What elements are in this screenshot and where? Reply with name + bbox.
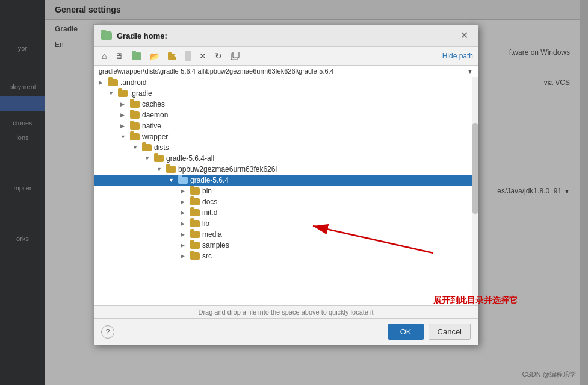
tree-label-docs: docs xyxy=(202,198,217,206)
tree-label-dists: dists xyxy=(154,143,169,152)
dialog-title-bar: Gradle home: ✕ xyxy=(94,25,478,47)
tree-toggle-gradle564all[interactable]: ▼ xyxy=(144,155,154,161)
tree-item-docs[interactable]: ▶ docs xyxy=(94,196,478,207)
tree-toggle-daemon[interactable]: ▶ xyxy=(120,112,130,118)
tree-item-native[interactable]: ▶ native xyxy=(94,121,478,131)
dialog-status-bar: Drag and drop a file into the space abov… xyxy=(94,306,478,319)
toolbar-separator xyxy=(185,51,191,61)
tree-label-caches: caches xyxy=(142,100,165,108)
dialog-path-bar: ▼ xyxy=(94,66,478,77)
footer-buttons: OK Cancel xyxy=(388,324,471,340)
dialog-title-left: Gradle home: xyxy=(101,31,167,40)
dialog-title-text: Gradle home: xyxy=(117,31,167,40)
tree-toggle-caches[interactable]: ▶ xyxy=(120,101,130,107)
tree-item-caches[interactable]: ▶ caches xyxy=(94,99,478,110)
svg-rect-1 xyxy=(168,52,172,55)
tree-toggle-wrapper[interactable]: ▼ xyxy=(120,134,130,140)
refresh-button[interactable]: ↻ xyxy=(212,49,225,63)
tree-label-gradle564all: gradle-5.6.4-all xyxy=(166,154,214,163)
tree-item-bin[interactable]: ▶ bin xyxy=(94,186,478,196)
tree-scrollbar-thumb[interactable] xyxy=(472,123,478,214)
tree-label-native: native xyxy=(142,122,161,130)
dialog-close-button[interactable]: ✕ xyxy=(458,30,471,42)
dialog-title-icon xyxy=(101,31,112,40)
tree-item-gradle564all[interactable]: ▼ gradle-5.6.4-all xyxy=(94,153,478,164)
tree-label-gradle564: gradle-5.6.4 xyxy=(190,176,229,184)
tree-label-initd: init.d xyxy=(202,208,217,217)
home-button[interactable]: ⌂ xyxy=(99,49,110,63)
ok-button[interactable]: OK xyxy=(388,324,424,340)
tree-label-samples: samples xyxy=(202,241,229,249)
tree-toggle-gradle564[interactable]: ▼ xyxy=(169,177,178,183)
tree-item-bpbuw[interactable]: ▼ bpbuw2gezmae6urm63fek626l xyxy=(94,164,478,175)
tree-item-media[interactable]: ▶ media xyxy=(94,229,478,240)
tree-item-lib[interactable]: ▶ lib xyxy=(94,218,478,229)
tree-label-lib: lib xyxy=(202,219,209,228)
delete-button[interactable]: ✕ xyxy=(196,49,209,63)
copy-button[interactable] xyxy=(227,50,243,62)
cancel-button[interactable]: Cancel xyxy=(429,324,471,340)
tree-label-gradle: .gradle xyxy=(130,89,152,98)
tree-toggle-lib[interactable]: ▶ xyxy=(181,221,190,227)
tree-label-android: .android xyxy=(120,78,146,87)
tree-toggle-samples[interactable]: ▶ xyxy=(181,242,190,248)
svg-rect-4 xyxy=(233,52,239,58)
tree-label-wrapper: wrapper xyxy=(142,133,168,141)
tree-item-dists[interactable]: ▼ dists xyxy=(94,142,478,153)
tree-item-gradle564[interactable]: ▼ gradle-5.6.4 xyxy=(94,175,478,186)
tree-toggle-initd[interactable]: ▶ xyxy=(181,210,190,216)
tree-toggle-gradle[interactable]: ▼ xyxy=(108,90,118,96)
dialog-footer: ? OK Cancel xyxy=(94,319,478,345)
dialog-tree-area[interactable]: ▶ .android ▼ .gradle ▶ caches ▶ xyxy=(94,77,478,306)
tree-label-bin: bin xyxy=(202,187,212,195)
tree-scrollbar-track[interactable] xyxy=(472,77,478,305)
tree-toggle-android[interactable]: ▶ xyxy=(99,80,108,86)
hide-path-button[interactable]: Hide path xyxy=(442,52,473,60)
new-folder-button[interactable]: + xyxy=(165,50,181,62)
tree-item-wrapper[interactable]: ▼ wrapper xyxy=(94,131,478,142)
svg-text:+: + xyxy=(174,53,177,59)
path-input[interactable] xyxy=(99,67,465,75)
tree-item-daemon[interactable]: ▶ daemon xyxy=(94,110,478,121)
tree-toggle-media[interactable]: ▶ xyxy=(181,231,190,237)
tree-item-android[interactable]: ▶ .android xyxy=(94,77,478,88)
tree-label-src: src xyxy=(202,252,212,260)
tree-toggle-native[interactable]: ▶ xyxy=(120,123,130,129)
tree-toggle-bin[interactable]: ▶ xyxy=(181,188,190,194)
desktop-button[interactable]: 🖥 xyxy=(112,49,126,63)
help-button[interactable]: ? xyxy=(101,325,114,339)
tree-label-media: media xyxy=(202,230,222,239)
tree-item-gradle[interactable]: ▼ .gradle xyxy=(94,88,478,99)
tree-label-daemon: daemon xyxy=(142,111,168,119)
tree-toggle-docs[interactable]: ▶ xyxy=(181,199,190,205)
path-dropdown-button[interactable]: ▼ xyxy=(467,68,473,75)
tree-toggle-dists[interactable]: ▼ xyxy=(132,145,142,151)
tree-item-initd[interactable]: ▶ init.d xyxy=(94,207,478,218)
tree-toggle-bpbuw[interactable]: ▼ xyxy=(156,166,166,172)
tree-item-src[interactable]: ▶ src xyxy=(94,251,478,261)
dialog-toolbar: ⌂ 🖥 📂 + ✕ ↻ Hide path xyxy=(94,47,478,66)
gradle-home-dialog: Gradle home: ✕ ⌂ 🖥 📂 + ✕ ↻ xyxy=(93,24,478,345)
folder-up-button[interactable]: 📂 xyxy=(147,50,162,63)
tree-toggle-src[interactable]: ▶ xyxy=(181,253,190,259)
tree-label-bpbuw: bpbuw2gezmae6urm63fek626l xyxy=(178,165,277,174)
tree-item-samples[interactable]: ▶ samples xyxy=(94,240,478,251)
folder-green-button[interactable] xyxy=(129,51,144,62)
